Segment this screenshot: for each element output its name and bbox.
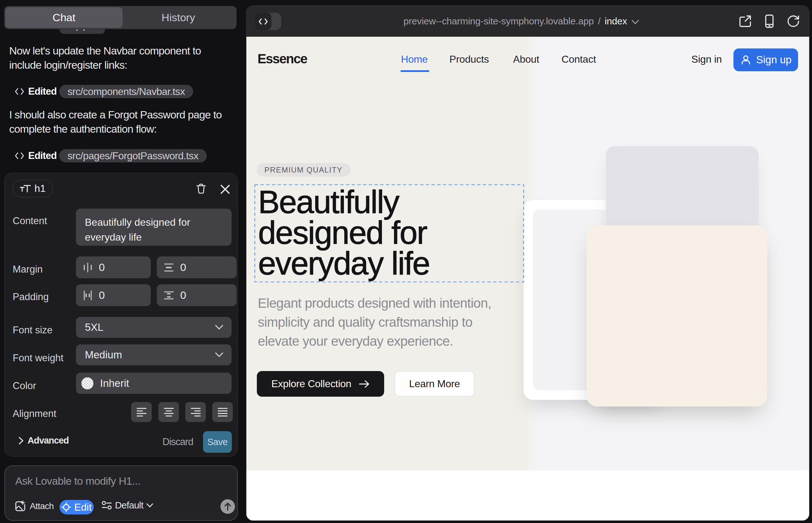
- url-page: index: [604, 16, 627, 26]
- hero-paragraph: Elegant products designed with intention…: [258, 294, 491, 351]
- chat-message-line: include login/register links:: [9, 58, 127, 72]
- font-weight-label: Font weight: [13, 353, 63, 364]
- chevron-right-icon: [17, 437, 24, 445]
- font-size-label: Font size: [13, 325, 53, 336]
- signup-label: Sign up: [756, 54, 792, 66]
- align-left-icon: [137, 408, 147, 417]
- font-weight-value: Medium: [85, 349, 122, 361]
- edit-mode-toggle[interactable]: Edit: [59, 500, 94, 515]
- save-button[interactable]: Save: [203, 431, 232, 453]
- margin-y-input[interactable]: 0: [157, 256, 236, 278]
- settings-icon: [101, 500, 112, 510]
- preview-topbar: preview--charming-site-symphony.lovable.…: [246, 6, 809, 37]
- crosshair-icon: [61, 502, 71, 512]
- section-below-hero: [246, 470, 809, 521]
- attach-button[interactable]: Attach: [15, 501, 54, 512]
- padding-y-input[interactable]: 0: [157, 284, 236, 306]
- nav-link-contact[interactable]: Contact: [562, 54, 596, 65]
- font-size-value: 5XL: [85, 321, 104, 333]
- margin-x-input[interactable]: 0: [76, 256, 151, 278]
- refresh-icon[interactable]: [786, 14, 800, 28]
- chat-message-line: complete the authentication flow:: [9, 122, 157, 136]
- hero-card-beige: [586, 226, 767, 407]
- badge-dot: [83, 30, 85, 31]
- site-logo[interactable]: Essence: [258, 51, 307, 67]
- save-button-label: Save: [207, 437, 227, 447]
- tab-history[interactable]: History: [121, 7, 235, 28]
- hero-heading[interactable]: Beautifully designed for everyday life: [258, 187, 429, 279]
- preview-url[interactable]: preview--charming-site-symphony.lovable.…: [246, 6, 809, 37]
- nav-link-home[interactable]: Home: [401, 54, 428, 65]
- signup-button[interactable]: Sign up: [734, 49, 798, 71]
- signin-link[interactable]: Sign in: [691, 54, 722, 65]
- chat-message-line: I should also create a Forgot Password p…: [9, 108, 222, 122]
- padding-y-value: 0: [180, 289, 186, 301]
- nav-link-products[interactable]: Products: [449, 54, 489, 65]
- mode-select[interactable]: Default: [101, 500, 154, 511]
- url-separator: /: [598, 16, 600, 26]
- margin-x-value: 0: [99, 261, 105, 273]
- user-icon: [740, 54, 752, 66]
- color-label: Color: [13, 380, 36, 392]
- font-weight-select[interactable]: Medium: [76, 344, 231, 365]
- explore-collection-button[interactable]: Explore Collection: [257, 371, 384, 397]
- edited-file-badge[interactable]: src/components/Navbar.tsx: [59, 85, 193, 98]
- scrolled-badge-fragment: [59, 29, 105, 34]
- align-center-button[interactable]: [158, 402, 179, 422]
- chevron-down-icon: [631, 20, 639, 25]
- chat-message-line: Now let's update the Navbar component to: [9, 44, 201, 58]
- align-right-button[interactable]: [185, 402, 206, 422]
- chat-sidebar: Chat History Now let's update the Navbar…: [0, 0, 241, 523]
- discard-button[interactable]: Discard: [162, 436, 193, 448]
- chevron-down-icon: [214, 325, 224, 330]
- padding-x-input[interactable]: 0: [76, 284, 151, 306]
- chevron-down-icon: [214, 352, 224, 358]
- edited-file-badge[interactable]: src/pages/ForgotPassword.tsx: [59, 149, 207, 162]
- font-size-select[interactable]: 5XL: [76, 317, 231, 338]
- send-button[interactable]: [220, 499, 235, 514]
- nav-link-about[interactable]: About: [513, 54, 539, 65]
- chat-composer[interactable]: Ask Lovable to modify H1... Attach Edit: [4, 465, 238, 521]
- alignment-label: Alignment: [13, 408, 56, 419]
- attach-label: Attach: [30, 501, 54, 511]
- margin-vertical-icon: [164, 263, 174, 272]
- delete-icon[interactable]: [196, 183, 207, 194]
- margin-y-value: 0: [180, 261, 186, 273]
- element-tag-label: h1: [35, 183, 46, 194]
- sidebar-tabbar: Chat History: [4, 6, 236, 29]
- arrow-right-icon: [359, 380, 370, 388]
- mobile-view-icon[interactable]: [762, 14, 776, 28]
- margin-horizontal-icon: [83, 263, 92, 273]
- nav-home-underline: [401, 70, 429, 72]
- open-external-icon[interactable]: [738, 14, 752, 28]
- padding-x-value: 0: [99, 289, 105, 301]
- tab-chat-label: Chat: [53, 12, 75, 24]
- url-domain: preview--charming-site-symphony.lovable.…: [404, 16, 594, 26]
- code-icon: [15, 151, 24, 161]
- content-value: Beautifully designed for everyday life: [85, 217, 190, 243]
- learn-more-button[interactable]: Learn More: [394, 371, 474, 397]
- align-left-button[interactable]: [131, 402, 152, 422]
- edited-file-row: Edited src/pages/ForgotPassword.tsx: [15, 149, 207, 162]
- tab-history-label: History: [161, 12, 195, 24]
- padding-label: Padding: [13, 291, 49, 303]
- align-justify-icon: [217, 408, 228, 417]
- site-page: Essence Home Products About Contact Sign…: [246, 37, 809, 521]
- align-justify-button[interactable]: [212, 402, 233, 422]
- edited-label: Edited: [28, 150, 57, 161]
- mode-select-label: Default: [115, 500, 143, 511]
- transparent-swatch-icon: [81, 377, 94, 390]
- close-icon[interactable]: [220, 184, 231, 195]
- badge-dot: [76, 30, 77, 31]
- edited-label: Edited: [28, 86, 57, 97]
- color-value: Inherit: [100, 377, 129, 390]
- content-textarea[interactable]: Beautifully designed for everyday life: [76, 209, 231, 246]
- color-input[interactable]: Inherit: [76, 373, 231, 394]
- padding-vertical-icon: [164, 291, 174, 300]
- advanced-toggle[interactable]: Advanced: [28, 435, 69, 446]
- composer-toolbar: Attach Edit Default: [5, 500, 237, 516]
- site-navbar: Essence Home Products About Contact Sign…: [246, 37, 809, 91]
- code-icon: [15, 87, 24, 96]
- tab-chat[interactable]: Chat: [5, 7, 123, 28]
- explore-label: Explore Collection: [271, 378, 352, 390]
